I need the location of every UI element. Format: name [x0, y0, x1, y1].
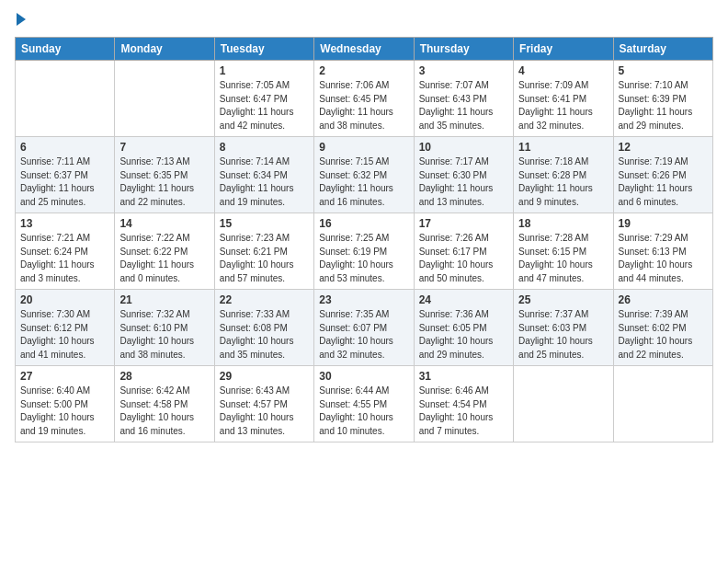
page-header	[15, 15, 713, 26]
day-number: 30	[319, 370, 408, 383]
logo	[15, 15, 26, 26]
day-number: 22	[220, 293, 309, 306]
day-number: 19	[619, 217, 708, 230]
day-number: 26	[619, 293, 708, 306]
calendar-week-row: 20Sunrise: 7:30 AM Sunset: 6:12 PM Dayli…	[16, 290, 713, 366]
day-info: Sunrise: 7:36 AM Sunset: 6:05 PM Dayligh…	[419, 308, 508, 362]
calendar-cell	[16, 61, 115, 137]
day-number: 8	[220, 141, 309, 154]
day-info: Sunrise: 7:14 AM Sunset: 6:34 PM Dayligh…	[220, 155, 309, 209]
day-info: Sunrise: 7:13 AM Sunset: 6:35 PM Dayligh…	[119, 155, 209, 209]
day-number: 12	[619, 141, 708, 154]
calendar-week-row: 27Sunrise: 6:40 AM Sunset: 5:00 PM Dayli…	[16, 366, 713, 442]
day-number: 7	[119, 141, 209, 154]
day-info: Sunrise: 7:23 AM Sunset: 6:21 PM Dayligh…	[220, 232, 309, 285]
calendar-cell: 13Sunrise: 7:21 AM Sunset: 6:24 PM Dayli…	[16, 213, 115, 290]
day-number: 11	[518, 141, 608, 154]
day-number: 3	[419, 64, 508, 77]
day-info: Sunrise: 7:26 AM Sunset: 6:17 PM Dayligh…	[419, 232, 508, 285]
day-number: 13	[20, 217, 109, 230]
day-number: 23	[319, 293, 408, 306]
day-info: Sunrise: 7:21 AM Sunset: 6:24 PM Dayligh…	[20, 232, 109, 285]
day-number: 27	[20, 370, 109, 383]
day-info: Sunrise: 7:15 AM Sunset: 6:32 PM Dayligh…	[319, 155, 408, 209]
calendar-week-row: 13Sunrise: 7:21 AM Sunset: 6:24 PM Dayli…	[16, 213, 713, 290]
day-number: 18	[518, 217, 608, 230]
day-info: Sunrise: 6:46 AM Sunset: 4:54 PM Dayligh…	[419, 385, 508, 438]
calendar-cell: 12Sunrise: 7:19 AM Sunset: 6:26 PM Dayli…	[613, 137, 712, 213]
calendar-cell: 17Sunrise: 7:26 AM Sunset: 6:17 PM Dayli…	[414, 213, 513, 290]
calendar-header-row: SundayMondayTuesdayWednesdayThursdayFrid…	[16, 38, 713, 61]
day-info: Sunrise: 7:28 AM Sunset: 6:15 PM Dayligh…	[518, 232, 608, 285]
day-info: Sunrise: 7:33 AM Sunset: 6:08 PM Dayligh…	[220, 308, 309, 362]
day-number: 2	[319, 64, 408, 77]
calendar-cell: 31Sunrise: 6:46 AM Sunset: 4:54 PM Dayli…	[414, 366, 513, 442]
calendar-cell: 4Sunrise: 7:09 AM Sunset: 6:41 PM Daylig…	[514, 61, 613, 137]
day-info: Sunrise: 6:40 AM Sunset: 5:00 PM Dayligh…	[20, 385, 109, 438]
calendar-cell: 1Sunrise: 7:05 AM Sunset: 6:47 PM Daylig…	[214, 61, 313, 137]
calendar-cell: 6Sunrise: 7:11 AM Sunset: 6:37 PM Daylig…	[16, 137, 115, 213]
calendar-cell: 27Sunrise: 6:40 AM Sunset: 5:00 PM Dayli…	[16, 366, 115, 442]
day-info: Sunrise: 7:35 AM Sunset: 6:07 PM Dayligh…	[319, 308, 408, 362]
day-number: 20	[20, 293, 109, 306]
day-info: Sunrise: 7:10 AM Sunset: 6:39 PM Dayligh…	[619, 79, 708, 132]
day-info: Sunrise: 7:19 AM Sunset: 6:26 PM Dayligh…	[619, 155, 708, 209]
calendar-table: SundayMondayTuesdayWednesdayThursdayFrid…	[15, 37, 713, 442]
day-number: 21	[119, 293, 209, 306]
calendar-cell: 29Sunrise: 6:43 AM Sunset: 4:57 PM Dayli…	[214, 366, 313, 442]
calendar-cell: 3Sunrise: 7:07 AM Sunset: 6:43 PM Daylig…	[414, 61, 513, 137]
day-number: 16	[319, 217, 408, 230]
day-info: Sunrise: 6:43 AM Sunset: 4:57 PM Dayligh…	[220, 385, 309, 438]
day-info: Sunrise: 7:25 AM Sunset: 6:19 PM Dayligh…	[319, 232, 408, 285]
calendar-cell: 10Sunrise: 7:17 AM Sunset: 6:30 PM Dayli…	[414, 137, 513, 213]
calendar-week-row: 1Sunrise: 7:05 AM Sunset: 6:47 PM Daylig…	[16, 61, 713, 137]
day-info: Sunrise: 6:42 AM Sunset: 4:58 PM Dayligh…	[119, 385, 209, 438]
day-number: 5	[619, 64, 708, 77]
calendar-cell: 8Sunrise: 7:14 AM Sunset: 6:34 PM Daylig…	[214, 137, 313, 213]
day-number: 31	[419, 370, 508, 383]
day-info: Sunrise: 7:32 AM Sunset: 6:10 PM Dayligh…	[119, 308, 209, 362]
day-info: Sunrise: 7:06 AM Sunset: 6:45 PM Dayligh…	[319, 79, 408, 132]
calendar-cell: 26Sunrise: 7:39 AM Sunset: 6:02 PM Dayli…	[613, 290, 712, 366]
logo-arrow-icon	[17, 13, 26, 26]
calendar-cell: 19Sunrise: 7:29 AM Sunset: 6:13 PM Dayli…	[613, 213, 712, 290]
calendar-cell: 14Sunrise: 7:22 AM Sunset: 6:22 PM Dayli…	[115, 213, 214, 290]
day-info: Sunrise: 7:17 AM Sunset: 6:30 PM Dayligh…	[419, 155, 508, 209]
day-of-week-header: Saturday	[613, 38, 712, 61]
day-of-week-header: Monday	[115, 38, 214, 61]
day-number: 15	[220, 217, 309, 230]
calendar-cell: 11Sunrise: 7:18 AM Sunset: 6:28 PM Dayli…	[514, 137, 613, 213]
day-number: 28	[119, 370, 209, 383]
day-number: 10	[419, 141, 508, 154]
calendar-cell: 23Sunrise: 7:35 AM Sunset: 6:07 PM Dayli…	[314, 290, 414, 366]
day-of-week-header: Wednesday	[314, 38, 414, 61]
day-info: Sunrise: 7:39 AM Sunset: 6:02 PM Dayligh…	[619, 308, 708, 362]
calendar-cell: 30Sunrise: 6:44 AM Sunset: 4:55 PM Dayli…	[314, 366, 414, 442]
day-number: 6	[20, 141, 109, 154]
calendar-cell: 20Sunrise: 7:30 AM Sunset: 6:12 PM Dayli…	[16, 290, 115, 366]
day-info: Sunrise: 7:37 AM Sunset: 6:03 PM Dayligh…	[518, 308, 608, 362]
calendar-cell: 28Sunrise: 6:42 AM Sunset: 4:58 PM Dayli…	[115, 366, 214, 442]
day-number: 29	[220, 370, 309, 383]
calendar-cell: 22Sunrise: 7:33 AM Sunset: 6:08 PM Dayli…	[214, 290, 313, 366]
calendar-cell: 18Sunrise: 7:28 AM Sunset: 6:15 PM Dayli…	[514, 213, 613, 290]
day-number: 17	[419, 217, 508, 230]
day-info: Sunrise: 6:44 AM Sunset: 4:55 PM Dayligh…	[319, 385, 408, 438]
calendar-cell	[514, 366, 613, 442]
calendar-week-row: 6Sunrise: 7:11 AM Sunset: 6:37 PM Daylig…	[16, 137, 713, 213]
day-of-week-header: Thursday	[414, 38, 513, 61]
day-info: Sunrise: 7:22 AM Sunset: 6:22 PM Dayligh…	[119, 232, 209, 285]
day-info: Sunrise: 7:11 AM Sunset: 6:37 PM Dayligh…	[20, 155, 109, 209]
calendar-cell: 16Sunrise: 7:25 AM Sunset: 6:19 PM Dayli…	[314, 213, 414, 290]
calendar-cell	[115, 61, 214, 137]
day-number: 24	[419, 293, 508, 306]
day-number: 9	[319, 141, 408, 154]
day-of-week-header: Friday	[514, 38, 613, 61]
day-info: Sunrise: 7:29 AM Sunset: 6:13 PM Dayligh…	[619, 232, 708, 285]
calendar-cell: 5Sunrise: 7:10 AM Sunset: 6:39 PM Daylig…	[613, 61, 712, 137]
day-number: 4	[518, 64, 608, 77]
calendar-cell: 2Sunrise: 7:06 AM Sunset: 6:45 PM Daylig…	[314, 61, 414, 137]
day-info: Sunrise: 7:05 AM Sunset: 6:47 PM Dayligh…	[220, 79, 309, 132]
day-info: Sunrise: 7:18 AM Sunset: 6:28 PM Dayligh…	[518, 155, 608, 209]
calendar-cell	[613, 366, 712, 442]
